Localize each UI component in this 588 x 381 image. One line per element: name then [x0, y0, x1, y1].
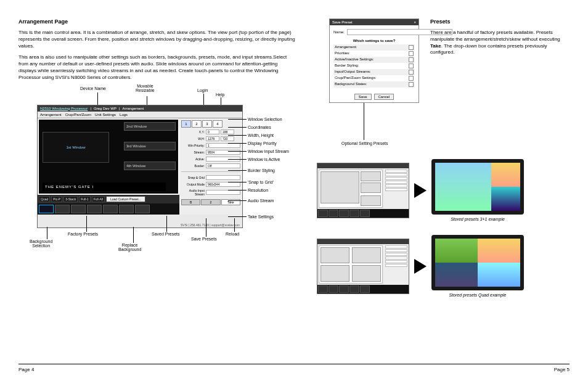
- callout-saved-presets: Saved Presets: [152, 232, 180, 236]
- cancel-button[interactable]: Cancel: [374, 94, 394, 100]
- snap-field[interactable]: [206, 175, 240, 180]
- opt-arrangement: Arrangement:: [335, 45, 357, 50]
- xy-label: X,Y:: [181, 130, 205, 134]
- wh-label: W,H:: [181, 137, 205, 141]
- callout-optional-settings: Optional Setting Presets: [341, 141, 419, 145]
- preset-fullall[interactable]: Full-All: [92, 196, 105, 202]
- bg-thumb[interactable]: [55, 205, 70, 213]
- preset-bar: Quad Pic-P 3-Stack Full-1 Full-All Load …: [38, 195, 179, 203]
- bg-thumbs: [38, 203, 179, 215]
- chk-border[interactable]: [409, 63, 414, 68]
- tv-3plus1: [431, 159, 524, 215]
- close-icon[interactable]: ×: [414, 20, 416, 24]
- take-b[interactable]: B: [181, 199, 200, 205]
- chk-priorities[interactable]: [409, 51, 414, 56]
- page-left: Page 4: [18, 367, 34, 372]
- callout-coordinates: Coordinates: [248, 125, 271, 129]
- callout-save-presets: Save Presets: [191, 237, 217, 241]
- chk-io[interactable]: [409, 70, 414, 75]
- callout-factory-presets: Factory Presets: [68, 232, 98, 236]
- tab-arrangement[interactable]: Arrangement: [40, 113, 62, 117]
- w-field[interactable]: 1278: [206, 136, 219, 141]
- opt-crop: Crop/Pan/Zoom Settings:: [335, 76, 376, 81]
- example-quad: Stored presets Quad example: [317, 235, 570, 297]
- callout-device-name: Device Name: [80, 86, 106, 91]
- presets-p: There are a handful of factory presets a…: [430, 30, 570, 56]
- preset-quad[interactable]: Quad: [39, 196, 50, 202]
- callout-audio: Audio Stream: [248, 199, 274, 203]
- opt-bg: Background States:: [335, 82, 367, 87]
- callout-replace-bg: Replace Background: [118, 243, 141, 252]
- presets-heading: Presets: [430, 18, 570, 25]
- callout-help: Help: [216, 92, 224, 97]
- window-4[interactable]: 4th Window: [124, 162, 176, 170]
- bg-thumb[interactable]: [135, 205, 150, 213]
- tab-crop[interactable]: Crop/Pan/Zoom: [65, 113, 91, 117]
- preset-3stack[interactable]: 3-Stack: [63, 196, 78, 202]
- border-field[interactable]: Off: [206, 163, 240, 168]
- winsel-4[interactable]: 4: [213, 120, 223, 128]
- h-field[interactable]: 720: [221, 136, 234, 141]
- ui-footer: SVSi | 256.461.7143 | support@svsiav.com: [181, 223, 240, 227]
- arrangement-p2: This area is also used to manipulate oth…: [18, 54, 296, 81]
- x-field[interactable]: 0: [206, 129, 219, 134]
- bg-thumb[interactable]: [119, 205, 134, 213]
- bg-thumb[interactable]: [87, 205, 102, 213]
- save-preset-figure: Save Preset× Name: Which settings to sav…: [317, 18, 419, 145]
- name-label: Name:: [333, 30, 345, 34]
- callout-active: Window is Active: [248, 157, 280, 162]
- callout-bg-selection: Background Selection: [30, 239, 52, 248]
- load-custom-preset[interactable]: Load Custom Preset...: [106, 196, 145, 202]
- opt-io: Input/Output Streams:: [335, 70, 371, 75]
- chk-crop[interactable]: [409, 76, 414, 81]
- arrangement-p1: This is the main control area. It is a c…: [18, 30, 296, 49]
- caption-3plus1: Stored presets 3+1 example: [431, 217, 524, 221]
- play-icon: [414, 183, 427, 198]
- callout-border: Border Styling: [248, 168, 275, 173]
- audio-field[interactable]: [206, 190, 240, 195]
- winsel-2[interactable]: 2: [192, 120, 202, 128]
- arrangement-figure: Device Name Movable Resizable Login Help…: [18, 86, 296, 259]
- chk-active[interactable]: [409, 57, 414, 62]
- arrangement-heading: Arrangement Page: [18, 18, 296, 25]
- ui-titlebar: N2510 Windowing Processor | Greg Dev WP …: [38, 105, 242, 112]
- callout-priority: Display Priority: [248, 141, 277, 145]
- out-label: Output Mode: [181, 182, 205, 186]
- tv-quad: [431, 235, 524, 290]
- preset-picp[interactable]: Pic-P: [51, 196, 62, 202]
- tab-logs[interactable]: Logs: [120, 113, 128, 117]
- opt-active: Active/Inactive Settings:: [335, 57, 374, 62]
- callout-snap: 'Snap to Grid': [248, 180, 274, 184]
- preset-full1[interactable]: Full-1: [79, 196, 91, 202]
- winsel-3[interactable]: 3: [202, 120, 212, 128]
- bg-thumb[interactable]: [39, 205, 54, 213]
- callout-input-stream: Window Input Stream: [248, 149, 289, 154]
- snap-label: Snap & Grid: [181, 176, 205, 179]
- y-field[interactable]: 188: [221, 129, 234, 134]
- chk-bg[interactable]: [409, 82, 414, 87]
- gate-banner: THE ENEMY'S GATE I: [43, 182, 166, 191]
- audio-label: Audio Input Stream: [181, 189, 205, 196]
- ui-product-link[interactable]: N2510 Windowing Processor: [40, 107, 88, 110]
- callout-resolution: Resolution: [248, 188, 268, 192]
- save-preset-dialog: Save Preset× Name: Which settings to sav…: [329, 18, 419, 103]
- window-3[interactable]: 3rd Window: [124, 142, 176, 150]
- window-1[interactable]: 1st Window: [43, 132, 109, 163]
- caption-quad: Stored presets Quad example: [431, 293, 524, 297]
- callout-wh: Width, Height: [248, 133, 274, 137]
- tab-unit[interactable]: Unit Settings: [95, 113, 116, 117]
- viewport[interactable]: 1st Window 2nd Window 3rd Window 4th Win…: [38, 118, 179, 215]
- take-2[interactable]: 2: [201, 199, 220, 205]
- callout-login: Login: [197, 88, 208, 93]
- bg-thumb[interactable]: [71, 205, 86, 213]
- out-field[interactable]: 960x544: [206, 182, 240, 187]
- prio-field[interactable]: 1: [206, 143, 240, 148]
- chk-arrangement[interactable]: [409, 45, 414, 50]
- dialog-title: Save Preset: [332, 20, 353, 24]
- bg-thumb[interactable]: [103, 205, 118, 213]
- stream-label: Stream:: [181, 150, 205, 154]
- save-button[interactable]: Save: [354, 94, 372, 100]
- window-2[interactable]: 2nd Window: [124, 122, 176, 131]
- winsel-1[interactable]: 1: [181, 120, 191, 128]
- prio-label: Win Priority:: [181, 144, 205, 147]
